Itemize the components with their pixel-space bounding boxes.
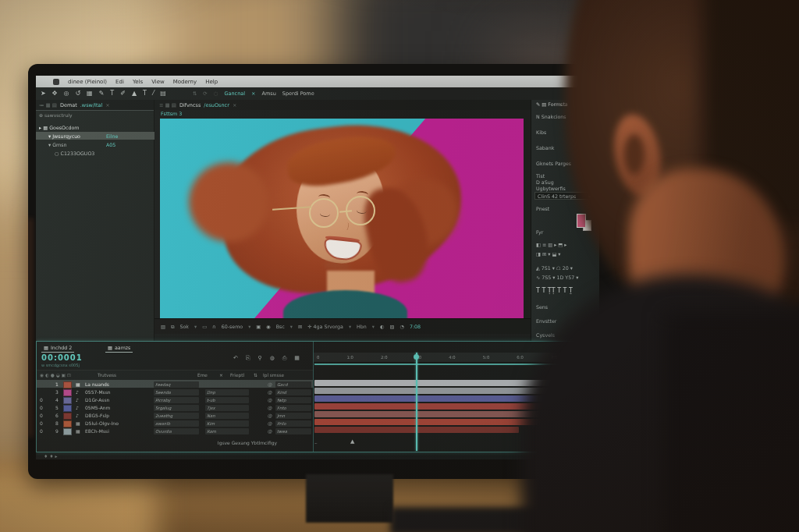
layer-trkmat-dropdown[interactable]: Ram: [205, 428, 249, 434]
triangle-up-icon[interactable]: ▲: [350, 438, 354, 445]
char-stat-row-2[interactable]: ∿ 7S5 ▾ 1D Y57 ▾: [536, 275, 578, 280]
layer-mode-dropdown[interactable]: Picraby: [154, 397, 199, 403]
viewer-panel-icons[interactable]: ≡ ▦ ▤: [159, 102, 176, 108]
layer-duration-bar-5[interactable]: [314, 411, 588, 417]
project-tab-suffix[interactable]: .wsw/Ital: [80, 102, 103, 108]
viewer-tool-10[interactable]: ◉: [266, 324, 271, 329]
menu-app-title[interactable]: dinee (Pieinol): [68, 79, 107, 85]
viewer-tool-11[interactable]: Bsc: [276, 324, 285, 329]
viewer-tool-18[interactable]: ◐: [380, 324, 385, 329]
screen-bottom-icons[interactable]: ♦ ♦ ▸: [44, 453, 58, 459]
menu-item-edit[interactable]: Edi: [115, 79, 124, 85]
layer-name[interactable]: D5lul-Olgv-lno: [85, 420, 119, 426]
snap-icon[interactable]: ⚲: [257, 355, 261, 361]
tree-selected-label[interactable]: Jwsurqycuo: [52, 133, 80, 139]
workspace-label[interactable]: Gancnal: [224, 90, 245, 97]
parent-pickwhip-icon[interactable]: @: [268, 420, 272, 426]
menu-item-help[interactable]: Help: [205, 79, 218, 85]
parent-pickwhip-icon[interactable]: @: [268, 389, 272, 395]
selection-tool-icon[interactable]: ➤: [41, 90, 46, 97]
layer-name[interactable]: La nuands: [85, 381, 109, 387]
work-area-bar[interactable]: [314, 364, 592, 365]
layer-parent-dropdown[interactable]: Fnto: [275, 405, 311, 411]
section-cysvels[interactable]: Cysvels: [536, 332, 555, 338]
layer-mode-dropdown[interactable]: Feedaq: [154, 381, 199, 388]
char-icon-grid-row-1[interactable]: ◧ ≡ ▥ ▸ ⬒ ▸: [536, 242, 566, 247]
layer-trkmat-dropdown[interactable]: Tjsx: [205, 405, 249, 411]
layer-name[interactable]: D1Gr-Assn: [85, 397, 109, 403]
properties-header-icons[interactable]: ✎ ▤: [536, 101, 546, 107]
layer-parent-dropdown[interactable]: twea: [275, 428, 311, 434]
mask-tool-icon[interactable]: ▦: [87, 90, 93, 97]
font-dropdown[interactable]: ClinS 42 trterps ▾: [534, 192, 594, 200]
tree-item-row[interactable]: ○ C1233OGUO3: [36, 149, 172, 157]
viewer-tool-6[interactable]: ∩: [212, 324, 216, 329]
layer-parent-dropdown[interactable]: fwtp: [275, 397, 311, 403]
undo-icon[interactable]: ↶: [233, 355, 238, 361]
playhead[interactable]: [416, 353, 417, 451]
text-style-buttons[interactable]: T T ṬṬ T T Ṯ: [536, 287, 573, 294]
layer-parent-dropdown[interactable]: Prilo: [275, 420, 311, 427]
parent-pickwhip-icon[interactable]: @: [268, 381, 272, 387]
rotate-tool-icon[interactable]: ↺: [75, 90, 80, 97]
char-stat-row-1[interactable]: ◭ 7S1 ▾ ☖ 20 ▾: [536, 265, 573, 271]
layer-av-toggle[interactable]: 0: [40, 405, 43, 410]
layer-parent-dropdown[interactable]: Rind: [275, 389, 311, 395]
layer-mode-dropdown[interactable]: Srgalug: [154, 405, 199, 411]
viewer-tool-16[interactable]: Hbn: [357, 324, 367, 329]
tree-group-label[interactable]: Gmsn: [52, 142, 66, 147]
layer-av-toggle[interactable]: 0: [40, 397, 43, 403]
puppet-tool-icon[interactable]: ▤: [160, 90, 166, 97]
layer-mode-dropdown[interactable]: Seenda: [154, 389, 199, 395]
layer-duration-bar-1[interactable]: [314, 380, 592, 386]
layer-trkmat-dropdown[interactable]: Dnp: [205, 389, 249, 395]
layer-row-2[interactable]: 3 ♪ 0557-Mssn Seenda Dnp @ Rind: [37, 388, 313, 395]
menu-item-moderny[interactable]: Moderny: [173, 79, 197, 85]
time-ruler[interactable]: 0 1:0 2:0 3:0 4:0 5:0 6:0 7:0 8:0: [314, 353, 595, 363]
panel-menu-icons[interactable]: ≔ ▦ ▤: [39, 102, 57, 108]
viewer-tab-label[interactable]: Difvncss: [179, 102, 201, 108]
toolbar-label-amsu[interactable]: Amsu: [262, 90, 276, 97]
viewer-tool-14[interactable]: ✛ 4ga Srvorga: [307, 324, 343, 329]
pencil-tool-icon[interactable]: ✐: [120, 90, 126, 97]
viewer-tool-9[interactable]: ▣: [256, 324, 261, 329]
viewer-tab-suffix[interactable]: /esuOsncr: [204, 102, 229, 108]
layer-row-4[interactable]: 0 5 ♪ 05M5-Anm Srgalug Tjsx @ Fnto: [37, 403, 313, 411]
motion-blur-icon[interactable]: ◍: [270, 355, 275, 361]
viewer-tool-12[interactable]: ▾: [290, 324, 293, 329]
parent-pickwhip-icon[interactable]: @: [268, 397, 272, 403]
tree-group-row[interactable]: ▾ Gmsn A05: [36, 140, 166, 148]
pen-tool-icon[interactable]: ✎: [99, 90, 105, 97]
layer-name[interactable]: 05M5-Anm: [85, 405, 110, 410]
layer-row-3[interactable]: 0 4 ♪ D1Gr-Assn Picraby t-ub @ fwtp: [37, 395, 313, 403]
layer-av-toggle[interactable]: 0: [40, 428, 43, 434]
graph-icon[interactable]: ⎙: [282, 355, 287, 361]
layer-row-1[interactable]: 1 ▦ La nuands Feedaq @ Gacd: [37, 380, 313, 388]
layer-av-toggle[interactable]: 0: [40, 420, 43, 426]
section-envstter[interactable]: Envstter: [536, 318, 556, 324]
viewer-tool-2[interactable]: ⧉: [171, 324, 175, 330]
layer-row-6[interactable]: 0 8 ▦ D5lul-Olgv-lno awanlb Kim @ Prilo: [37, 419, 313, 427]
section-sens[interactable]: Sens: [536, 304, 548, 310]
zoom-tool-icon[interactable]: ◎: [63, 90, 69, 97]
section-kibs[interactable]: Kibs: [536, 129, 546, 135]
viewer-tool-1[interactable]: ▥: [161, 324, 165, 329]
project-tab-label[interactable]: Demat: [60, 102, 77, 108]
viewer-tool-20[interactable]: ◔: [400, 324, 404, 329]
layer-name[interactable]: E8Ch-Mssi: [85, 428, 109, 434]
viewer-tool-3[interactable]: Sok: [179, 324, 189, 329]
viewer-tool-19[interactable]: ▨: [390, 324, 395, 329]
layer-name[interactable]: 0557-Mssn: [85, 389, 111, 395]
caret-down-icon[interactable]: ▾: [48, 133, 51, 139]
hand-tool-icon[interactable]: ✥: [52, 90, 58, 97]
layer-trkmat-dropdown[interactable]: Kim: [205, 420, 249, 427]
viewer-tab-close-icon[interactable]: ×: [233, 102, 236, 108]
caret-down-icon[interactable]: ▾: [48, 142, 51, 147]
layer-parent-dropdown[interactable]: Gacd: [275, 381, 311, 388]
chart-icon[interactable]: ▦: [294, 355, 300, 361]
app-icon[interactable]: [53, 79, 59, 85]
fill-swatch[interactable]: [577, 214, 586, 228]
tree-root-label[interactable]: GoesOcdom: [49, 125, 79, 130]
section-snakcions[interactable]: N Snakcions: [536, 114, 566, 119]
viewer-tool-15[interactable]: ▾: [349, 324, 351, 329]
